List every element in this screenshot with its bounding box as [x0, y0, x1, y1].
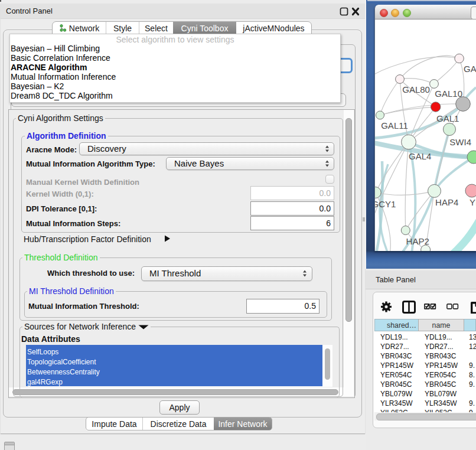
svg-text:GAL11: GAL11	[381, 120, 408, 131]
svg-text:GAL4: GAL4	[409, 151, 431, 161]
svg-text:GAL1: GAL1	[436, 113, 459, 123]
svg-text:GAL80: GAL80	[402, 84, 430, 94]
svg-text:HAP2: HAP2	[406, 236, 429, 246]
svg-text:YD: YD	[470, 197, 476, 207]
svg-text:HAP4: HAP4	[435, 197, 458, 207]
svg-text:GCY1: GCY1	[375, 199, 396, 209]
svg-text:GAL7: GAL7	[464, 64, 476, 74]
svg-text:SWI4: SWI4	[449, 137, 471, 147]
svg-text:GAL10: GAL10	[435, 89, 462, 99]
